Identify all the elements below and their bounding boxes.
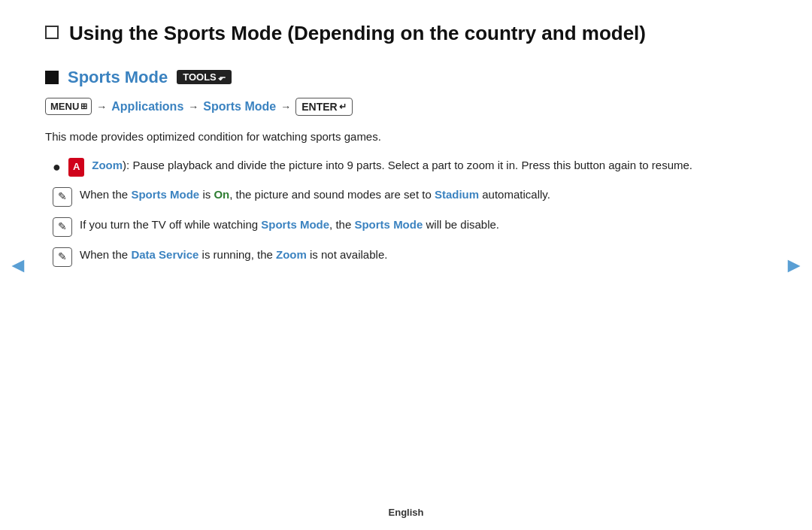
note1-sports-mode-link: Sports Mode (131, 188, 199, 201)
note1-on-link: On (214, 188, 229, 201)
note-item-2: ✎ If you turn the TV off while watching … (53, 216, 752, 237)
note-1-text: When the Sports Mode is On, the picture … (80, 186, 550, 204)
note-3-text: When the Data Service is running, the Zo… (80, 246, 387, 264)
section-title: Sports Mode (68, 68, 168, 87)
menu-nav-row: MENU⊞ → Applications → Sports Mode → ENT… (45, 98, 752, 116)
note-items: ✎ When the Sports Mode is On, the pictur… (53, 186, 752, 267)
tools-label: TOOLS (183, 71, 217, 83)
section-heading-row: Sports Mode TOOLS ⬐ (45, 68, 752, 87)
note-icon-1: ✎ (53, 187, 72, 207)
bullet-text-after: ): Pause playback and divide the picture… (123, 159, 692, 171)
menu-lines-icon: ⊞ (80, 101, 86, 111)
enter-icon: ↵ (339, 101, 347, 112)
menu-label: MENU (50, 101, 79, 112)
note-icon-2: ✎ (53, 217, 72, 237)
nav-arrow-1: → (96, 101, 107, 113)
description-text: This mode provides optimized condition f… (45, 128, 752, 146)
note-2-text: If you turn the TV off while watching Sp… (80, 216, 499, 234)
bullet-dot: ● (53, 156, 61, 178)
note1-stadium-link: Stadium (435, 188, 479, 201)
a-button: A (68, 158, 84, 177)
nav-arrow-2: → (188, 101, 198, 113)
bullet-item-zoom: ● A Zoom): Pause playback and divide the… (53, 156, 752, 178)
footer-language: English (389, 507, 424, 518)
enter-box: ENTER↵ (295, 98, 352, 116)
note-icon-3: ✎ (53, 247, 72, 267)
note2-sports-mode-link1: Sports Mode (261, 218, 329, 231)
enter-label: ENTER (301, 101, 337, 113)
menu-icon-box: MENU⊞ (45, 98, 92, 115)
tools-icon: ⬐ (218, 72, 226, 83)
bullet-list: ● A Zoom): Pause playback and divide the… (53, 156, 752, 178)
page-title: Using the Sports Mode (Depending on the … (69, 21, 646, 47)
zoom-link: Zoom (92, 159, 123, 171)
page-title-row: Using the Sports Mode (Depending on the … (45, 21, 752, 47)
note3-data-service-link: Data Service (131, 248, 198, 261)
nav-applications: Applications (111, 100, 183, 114)
nav-arrow-3: → (280, 101, 291, 113)
note2-sports-mode-link2: Sports Mode (354, 218, 423, 231)
nav-right-arrow[interactable]: ► (783, 253, 804, 277)
note-item-1: ✎ When the Sports Mode is On, the pictur… (53, 186, 752, 207)
tools-badge: TOOLS ⬐ (177, 70, 232, 84)
nav-sports-mode: Sports Mode (203, 100, 276, 114)
bullet-item-text: Zoom): Pause playback and divide the pic… (92, 156, 692, 174)
title-checkbox (45, 26, 59, 39)
note3-zoom-link: Zoom (276, 248, 307, 261)
note-item-3: ✎ When the Data Service is running, the … (53, 246, 752, 267)
nav-left-arrow[interactable]: ◄ (8, 253, 29, 277)
section-square (45, 71, 59, 84)
